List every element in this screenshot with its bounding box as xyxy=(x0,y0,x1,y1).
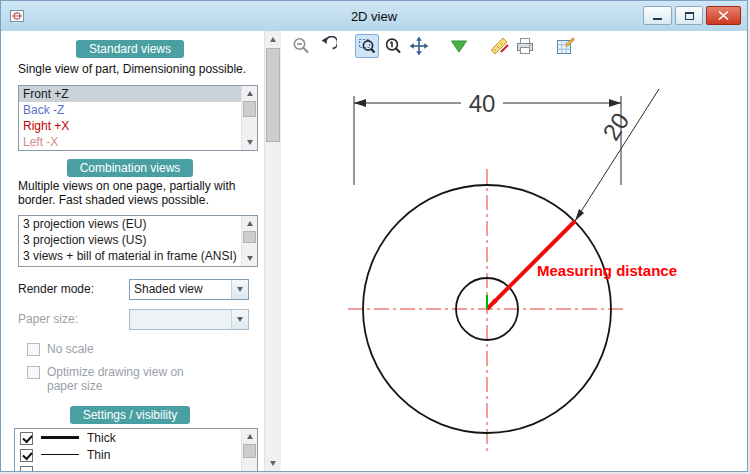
standard-views-description: Single view of part, Dimensioning possib… xyxy=(18,62,254,76)
paper-size-value xyxy=(130,310,231,329)
paper-size-label: Paper size: xyxy=(18,309,78,330)
list-item-right-x[interactable]: Right +X xyxy=(19,118,241,134)
measure-icon xyxy=(489,36,509,56)
titlebar[interactable]: 2D view xyxy=(1,1,747,31)
scrollbar-thumb[interactable] xyxy=(243,101,256,117)
zoom-1to1-button[interactable] xyxy=(381,34,405,58)
panel-scrollbar xyxy=(264,31,281,471)
list-item-back-z[interactable]: Back -Z xyxy=(19,102,241,118)
close-icon xyxy=(718,11,729,20)
drawing-settings-button[interactable] xyxy=(553,34,577,58)
thin-line-sample xyxy=(41,454,79,455)
scrollbar-track[interactable] xyxy=(242,444,257,471)
zoom-window-button[interactable] xyxy=(355,34,379,58)
no-scale-option: No scale xyxy=(27,342,94,356)
render-mode-value: Shaded view xyxy=(130,280,231,299)
arrow-up-icon xyxy=(247,434,253,439)
list-item-thick[interactable]: Thick xyxy=(15,429,241,446)
combination-views-listbox: 3 projection views (EU) 3 projection vie… xyxy=(18,215,258,267)
thick-checkbox[interactable] xyxy=(20,432,33,445)
partial-checkbox[interactable] xyxy=(20,466,33,472)
scrollbar-thumb[interactable] xyxy=(266,48,280,142)
print-icon xyxy=(515,36,535,56)
render-mode-label: Render mode: xyxy=(18,279,94,300)
optimize-checkbox xyxy=(27,366,40,379)
drawing-toolbar xyxy=(281,31,747,61)
drawing-settings-icon xyxy=(555,36,575,56)
measure-button[interactable] xyxy=(487,34,511,58)
arrow-up-icon xyxy=(247,91,253,96)
pan-button[interactable] xyxy=(407,34,431,58)
scroll-down-button[interactable] xyxy=(242,135,257,150)
window-title: 2D view xyxy=(1,9,747,24)
list-item-3-views-ansi[interactable]: 3 views + bill of material in frame (ANS… xyxy=(19,248,241,264)
standard-views-header-row: Standard views xyxy=(1,40,259,58)
list-item-3-views-us[interactable]: 3 projection views (US) xyxy=(19,232,241,248)
zoom-1to1-icon xyxy=(383,36,403,56)
zoom-out-button[interactable] xyxy=(289,34,313,58)
paper-size-combobox xyxy=(129,309,249,330)
scroll-down-button[interactable] xyxy=(242,251,257,266)
close-button[interactable] xyxy=(706,6,741,25)
settings-visibility-header-row: Settings / visibility xyxy=(1,406,259,424)
no-scale-checkbox xyxy=(27,343,40,356)
scroll-up-button[interactable] xyxy=(242,216,257,231)
combination-views-header: Combination views xyxy=(67,159,194,177)
list-item-front-z[interactable]: Front +Z xyxy=(19,86,241,102)
list-item-3-views-eu[interactable]: 3 projection views (EU) xyxy=(19,216,241,232)
dimension-40-label: 40 xyxy=(469,90,496,117)
thin-checkbox[interactable] xyxy=(20,449,33,462)
minimize-button[interactable] xyxy=(643,6,672,25)
scrollbar-thumb[interactable] xyxy=(243,231,256,243)
window-controls xyxy=(643,6,741,25)
no-scale-label: No scale xyxy=(47,342,94,356)
arrow-up-icon xyxy=(270,37,276,42)
drawing-canvas[interactable]: 40 20 Measuring distance xyxy=(281,61,747,471)
dropdown-button[interactable] xyxy=(231,310,248,329)
scrollbar-track[interactable] xyxy=(242,231,257,251)
scrollbar-thumb[interactable] xyxy=(243,444,256,458)
scroll-down-button[interactable] xyxy=(265,455,281,471)
view-direction-button[interactable] xyxy=(447,34,471,58)
maximize-icon xyxy=(685,12,694,20)
dropdown-button[interactable] xyxy=(231,280,248,299)
scrollbar-track[interactable] xyxy=(265,47,281,455)
maximize-button[interactable] xyxy=(675,6,703,25)
undo-button[interactable] xyxy=(315,34,339,58)
listbox-scrollbar xyxy=(241,429,257,471)
chevron-down-icon xyxy=(237,317,243,322)
view-direction-icon xyxy=(449,36,469,56)
scroll-up-button[interactable] xyxy=(242,429,257,444)
thick-label: Thick xyxy=(87,431,116,445)
thin-label: Thin xyxy=(87,448,110,462)
arrow-up-icon xyxy=(247,221,253,226)
dimension-20: 20 xyxy=(575,89,659,221)
render-mode-combobox[interactable]: Shaded view xyxy=(129,279,249,300)
optimize-label: Optimize drawing view on paper size xyxy=(47,365,197,393)
optimize-option: Optimize drawing view on paper size xyxy=(27,365,227,393)
arrow-down-icon xyxy=(270,461,276,466)
list-item-partial[interactable] xyxy=(15,463,241,471)
scroll-up-button[interactable] xyxy=(242,86,257,101)
listbox-scrollbar xyxy=(241,86,257,150)
drawing-area: 40 20 Measuring distance xyxy=(281,31,747,471)
centerlines xyxy=(348,169,626,453)
list-item-left-x[interactable]: Left -X xyxy=(19,134,241,150)
combination-views-header-row: Combination views xyxy=(1,159,259,177)
scrollbar-track[interactable] xyxy=(242,101,257,135)
zoom-out-icon xyxy=(291,36,311,56)
print-button[interactable] xyxy=(513,34,537,58)
zoom-window-icon xyxy=(357,36,377,56)
combination-views-description: Multiple views on one page, partially wi… xyxy=(18,179,254,207)
standard-views-header: Standard views xyxy=(76,40,184,58)
arrow-down-icon xyxy=(247,140,253,145)
listbox-scrollbar xyxy=(241,216,257,266)
dimension-20-label: 20 xyxy=(597,108,634,145)
standard-views-listbox: Front +Z Back -Z Right +X Left -X xyxy=(18,85,258,151)
list-item-thin[interactable]: Thin xyxy=(15,446,241,463)
pan-icon xyxy=(409,36,429,56)
scroll-up-button[interactable] xyxy=(265,31,281,47)
undo-icon xyxy=(317,36,337,56)
window-2d-view: 2D view Standard views Single view of pa… xyxy=(0,0,748,472)
settings-visibility-header: Settings / visibility xyxy=(70,406,191,424)
